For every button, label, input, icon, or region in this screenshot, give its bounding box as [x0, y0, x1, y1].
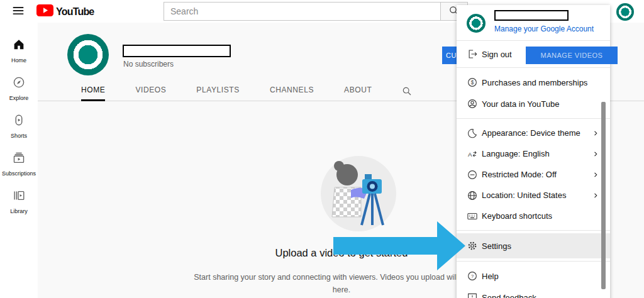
sidebar-item-label: Explore — [9, 95, 29, 101]
help-icon: ? — [467, 270, 482, 282]
search-input[interactable] — [164, 2, 440, 21]
library-icon — [12, 189, 26, 205]
search-bar — [164, 2, 468, 21]
manage-videos-label: MANAGE VIDEOS — [541, 52, 603, 59]
youtube-logo-text: YouTube — [56, 6, 94, 18]
keyboard-icon — [467, 211, 482, 222]
menu-item-label: Appearance: Device theme — [482, 128, 591, 138]
language-icon: A — [467, 148, 482, 160]
sidebar-item-home[interactable]: Home — [0, 31, 38, 69]
menu-item-label: Purchases and memberships — [482, 78, 600, 87]
empty-state-description: Start sharing your story and connecting … — [191, 271, 492, 296]
menu-scrollbar[interactable] — [601, 102, 606, 289]
chevron-right-icon — [591, 129, 600, 138]
account-avatar[interactable] — [616, 3, 634, 21]
account-menu-avatar — [467, 14, 486, 33]
svg-text:A: A — [468, 150, 472, 157]
menu-item-your-data[interactable]: Your data in YouTube — [457, 93, 610, 114]
manage-google-account-link[interactable]: Manage your Google Account — [494, 25, 594, 33]
menu-item-label: Settings — [482, 241, 600, 251]
gear-icon — [467, 240, 482, 251]
menu-item-language[interactable]: A Language: English — [457, 143, 610, 164]
appearance-icon — [467, 128, 482, 139]
annotation-arrow — [330, 219, 469, 273]
account-name-redacted — [494, 10, 569, 21]
channel-search-icon[interactable] — [402, 80, 412, 101]
chevron-right-icon — [591, 150, 600, 158]
sidebar-item-subscriptions[interactable]: Subscriptions — [0, 145, 38, 182]
menu-item-send-feedback[interactable]: Send feedback — [457, 287, 610, 298]
manage-videos-button[interactable]: MANAGE VIDEOS — [526, 47, 618, 64]
tab-home[interactable]: HOME — [81, 80, 105, 101]
menu-item-help[interactable]: ? Help — [457, 265, 610, 287]
channel-name-redacted — [123, 45, 231, 57]
tab-playlists[interactable]: PLAYLISTS — [196, 80, 240, 101]
svg-text:?: ? — [471, 273, 474, 279]
chevron-right-icon — [591, 191, 600, 200]
menu-item-settings[interactable]: Settings — [457, 233, 610, 258]
menu-item-label: Keyboard shortcuts — [482, 211, 600, 221]
chevron-right-icon — [591, 170, 600, 179]
youtube-play-icon — [36, 4, 53, 19]
menu-item-purchases[interactable]: $ Purchases and memberships — [457, 72, 610, 93]
tab-channels[interactable]: CHANNELS — [270, 80, 314, 101]
sign-out-icon — [467, 48, 482, 60]
menu-item-keyboard-shortcuts[interactable]: Keyboard shortcuts — [457, 206, 610, 226]
channel-tabs: HOME VIDEOS PLAYLISTS CHANNELS ABOUT — [81, 80, 412, 101]
home-icon — [12, 38, 26, 54]
sidebar-item-label: Shorts — [11, 133, 27, 139]
menu-item-label: Your data in YouTube — [482, 99, 600, 109]
restricted-mode-icon — [467, 169, 482, 180]
menu-item-label: Location: United States — [482, 190, 591, 200]
feedback-icon — [467, 292, 482, 298]
sidebar-item-shorts[interactable]: Shorts — [0, 107, 38, 145]
sidebar-item-label: Library — [10, 208, 28, 214]
your-data-icon — [467, 98, 482, 109]
youtube-channel-page: YouTube Home Explore Shorts Subsc — [0, 0, 644, 298]
sidebar-item-label: Subscriptions — [2, 170, 36, 177]
menu-item-label: Help — [482, 272, 600, 281]
purchases-icon: $ — [467, 77, 482, 88]
menu-item-appearance[interactable]: Appearance: Device theme — [457, 123, 610, 143]
tab-videos[interactable]: VIDEOS — [135, 80, 166, 101]
sidebar-item-explore[interactable]: Explore — [0, 69, 38, 107]
account-menu-header: Manage your Google Account — [457, 5, 610, 40]
tab-about[interactable]: ABOUT — [344, 80, 372, 101]
menu-item-label: Send feedback — [482, 293, 600, 298]
menu-item-location[interactable]: Location: United States — [457, 185, 610, 206]
subscriptions-icon — [12, 151, 26, 167]
svg-text:$: $ — [471, 80, 474, 86]
globe-icon — [467, 190, 482, 201]
channel-avatar — [67, 34, 109, 75]
sidebar: Home Explore Shorts Subscriptions Librar… — [0, 23, 38, 298]
subscriber-count: No subscribers — [123, 60, 174, 69]
compass-icon — [12, 75, 26, 92]
youtube-logo[interactable]: YouTube — [36, 4, 94, 19]
sidebar-item-label: Home — [11, 57, 26, 63]
sidebar-item-library[interactable]: Library — [0, 182, 38, 220]
menu-item-label: Language: English — [482, 149, 591, 158]
menu-item-label: Restricted Mode: Off — [482, 170, 591, 179]
shorts-icon — [12, 113, 26, 130]
hamburger-menu-icon[interactable] — [10, 4, 26, 19]
menu-item-restricted-mode[interactable]: Restricted Mode: Off — [457, 164, 610, 185]
